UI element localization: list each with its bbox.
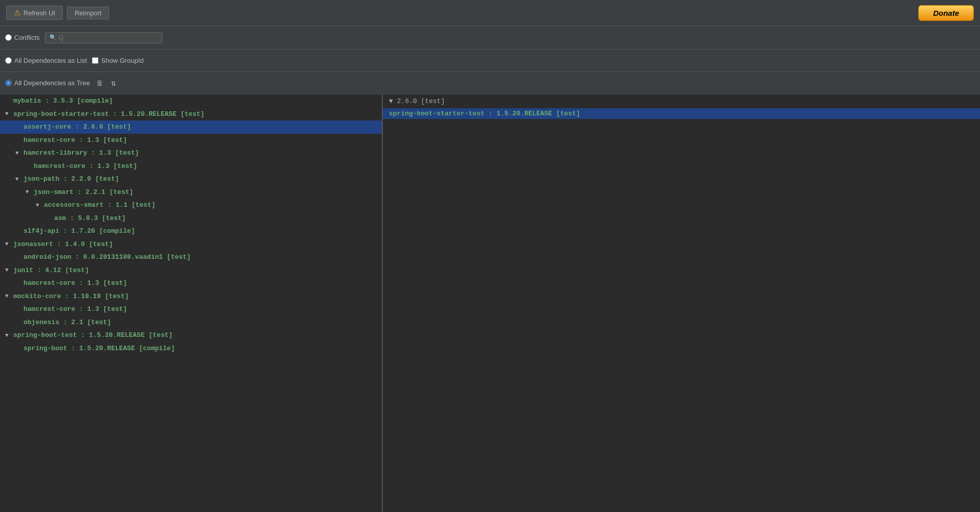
tree-item-spring-boot-starter-test[interactable]: ▼spring-boot-starter-test : 1.5.20.RELEA…	[0, 108, 382, 121]
tree-item-asm[interactable]: asm : 5.0.3 [test]	[0, 212, 382, 225]
right-item-text-spring-boot-starter-test-right: spring-boot-starter-test : 1.5.20.RELEAS…	[389, 110, 580, 117]
show-groupid-checkbox-label[interactable]: Show GroupId	[92, 57, 143, 64]
right-panel[interactable]: ▼2.6.0 [test]spring-boot-starter-test : …	[383, 94, 980, 512]
conflicts-radio[interactable]	[5, 34, 12, 41]
filter-row: Conflicts 🔍	[0, 26, 980, 50]
sort-icon-1[interactable]: ≣	[95, 77, 104, 89]
conflicts-radio-label[interactable]: Conflicts	[5, 34, 40, 41]
tree-item-objenesis[interactable]: objenesis : 2.1 [test]	[0, 316, 382, 329]
warning-icon: ⚠	[14, 8, 20, 17]
tree-arrow-junit: ▼	[5, 266, 11, 275]
tree-text-hamcrest-core-2: hamcrest-core : 1.3 [test]	[34, 161, 137, 172]
tree-text-spring-boot: spring-boot : 1.5.20.RELEASE [compile]	[23, 344, 175, 354]
tree-item-slf4j-api[interactable]: slf4j-api : 1.7.26 [compile]	[0, 225, 382, 238]
options-row: All Dependencies as List Show GroupId	[0, 50, 980, 72]
right-panel-header-text: 2.6.0 [test]	[397, 97, 445, 105]
tree-text-jsonassert: jsonassert : 1.4.0 [test]	[13, 239, 113, 250]
tree-arrow-accessors-smart: ▼	[36, 201, 42, 210]
tree-text-junit: junit : 4.12 [test]	[13, 265, 89, 276]
tree-item-json-path[interactable]: ▼json-path : 2.2.0 [test]	[0, 173, 382, 186]
right-panel-header: ▼2.6.0 [test]	[383, 94, 980, 108]
reimport-button[interactable]: Reimport	[67, 7, 109, 19]
toolbar-left: ⚠ Refresh UI Reimport	[6, 6, 109, 20]
tree-item-junit[interactable]: ▼junit : 4.12 [test]	[0, 264, 382, 277]
tree-item-jsonassert[interactable]: ▼jsonassert : 1.4.0 [test]	[0, 238, 382, 251]
main-pane: mybatis : 3.5.3 [compile]▼spring-boot-st…	[0, 94, 980, 512]
right-item-spring-boot-starter-test-right[interactable]: spring-boot-starter-test : 1.5.20.RELEAS…	[383, 108, 980, 119]
tree-item-hamcrest-core-1[interactable]: hamcrest-core : 1.3 [test]	[0, 134, 382, 147]
tree-text-json-smart: json-smart : 2.2.1 [test]	[34, 187, 133, 198]
toolbar: ⚠ Refresh UI Reimport Donate	[0, 0, 980, 26]
search-input[interactable]	[59, 34, 156, 41]
tree-arrow-spring-boot-test: ▼	[5, 331, 11, 340]
tree-text-hamcrest-core-4: hamcrest-core : 1.3 [test]	[23, 304, 127, 314]
search-box: 🔍	[45, 32, 162, 43]
refresh-ui-button[interactable]: ⚠ Refresh UI	[6, 6, 63, 20]
all-deps-list-radio[interactable]	[5, 57, 12, 64]
tree-arrow-mockito-core: ▼	[5, 292, 11, 301]
tree-text-json-path: json-path : 2.2.0 [test]	[23, 174, 119, 184]
sort-icon-2[interactable]: ⇅	[109, 77, 118, 89]
tree-item-hamcrest-core-3[interactable]: hamcrest-core : 1.3 [test]	[0, 277, 382, 290]
tree-text-mockito-core: mockito-core : 1.10.19 [test]	[13, 291, 129, 302]
tree-item-hamcrest-library[interactable]: ▼hamcrest-library : 1.3 [test]	[0, 147, 382, 160]
tree-text-android-json: android-json : 0.0.20131108.vaadin1 [tes…	[23, 252, 191, 262]
tree-text-mybatis: mybatis : 3.5.3 [compile]	[13, 96, 113, 106]
tree-text-spring-boot-starter-test: spring-boot-starter-test : 1.5.20.RELEAS…	[13, 109, 204, 119]
tree-item-android-json[interactable]: android-json : 0.0.20131108.vaadin1 [tes…	[0, 251, 382, 264]
right-header-arrow: ▼	[389, 97, 393, 105]
tree-item-mockito-core[interactable]: ▼mockito-core : 1.10.19 [test]	[0, 290, 382, 303]
tree-item-accessors-smart[interactable]: ▼accessors-smart : 1.1 [test]	[0, 199, 382, 212]
tree-arrow-spring-boot-starter-test: ▼	[5, 110, 11, 118]
all-deps-tree-radio-label[interactable]: All Dependencies as Tree	[5, 79, 90, 87]
tree-item-spring-boot[interactable]: spring-boot : 1.5.20.RELEASE [compile]	[0, 342, 382, 355]
tree-arrow-json-path: ▼	[15, 175, 21, 184]
tree-text-hamcrest-library: hamcrest-library : 1.3 [test]	[23, 148, 139, 158]
all-deps-tree-radio[interactable]	[5, 80, 12, 86]
tree-text-asm: asm : 5.0.3 [test]	[54, 213, 126, 224]
tree-text-hamcrest-core-1: hamcrest-core : 1.3 [test]	[23, 135, 127, 145]
tree-item-json-smart[interactable]: ▼json-smart : 2.2.1 [test]	[0, 186, 382, 199]
tree-arrow-jsonassert: ▼	[5, 240, 11, 249]
tree-item-mybatis[interactable]: mybatis : 3.5.3 [compile]	[0, 94, 382, 108]
tree-text-spring-boot-test: spring-boot-test : 1.5.20.RELEASE [test]	[13, 330, 173, 340]
tree-item-hamcrest-core-4[interactable]: hamcrest-core : 1.3 [test]	[0, 303, 382, 316]
tree-text-objenesis: objenesis : 2.1 [test]	[23, 318, 111, 328]
tree-row: All Dependencies as Tree ≣ ⇅	[0, 72, 980, 94]
search-icon: 🔍	[50, 34, 57, 41]
show-groupid-checkbox[interactable]	[92, 57, 99, 64]
tree-item-assertj-core[interactable]: assertj-core : 2.6.0 [test]	[0, 120, 382, 134]
tree-text-slf4j-api: slf4j-api : 1.7.26 [compile]	[23, 226, 135, 236]
tree-text-assertj-core: assertj-core : 2.6.0 [test]	[23, 122, 131, 132]
tree-text-accessors-smart: accessors-smart : 1.1 [test]	[44, 200, 155, 210]
tree-item-hamcrest-core-2[interactable]: hamcrest-core : 1.3 [test]	[0, 160, 382, 173]
donate-button[interactable]: Donate	[918, 5, 974, 21]
tree-item-spring-boot-test[interactable]: ▼spring-boot-test : 1.5.20.RELEASE [test…	[0, 329, 382, 342]
left-panel[interactable]: mybatis : 3.5.3 [compile]▼spring-boot-st…	[0, 94, 383, 512]
tree-text-hamcrest-core-3: hamcrest-core : 1.3 [test]	[23, 278, 127, 288]
tree-arrow-hamcrest-library: ▼	[15, 149, 21, 158]
all-deps-list-radio-label[interactable]: All Dependencies as List	[5, 57, 87, 64]
tree-arrow-json-smart: ▼	[26, 188, 32, 197]
